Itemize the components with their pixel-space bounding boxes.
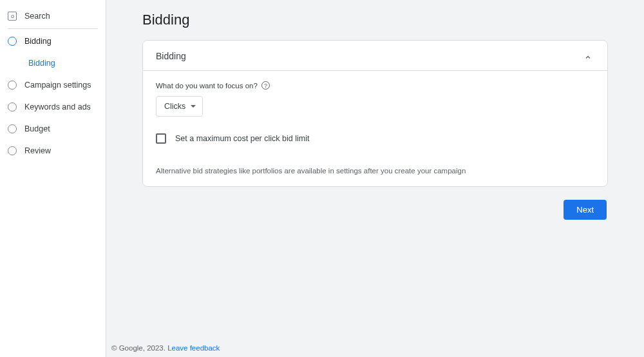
sidebar-label-budget: Budget (24, 124, 50, 133)
next-button[interactable]: Next (564, 200, 607, 220)
sidebar-label-bidding: Bidding (24, 37, 52, 46)
circle-icon (8, 124, 17, 133)
sidebar-item-bidding[interactable]: Bidding (0, 30, 106, 52)
focus-label-row: What do you want to focus on? ? (156, 81, 594, 90)
main-content: Bidding Bidding What do you want to focu… (106, 0, 644, 357)
footer-copyright: © Google, 2023. (111, 344, 166, 352)
sidebar-item-budget[interactable]: Budget (0, 118, 106, 140)
checkbox-label: Set a maximum cost per click bid limit (175, 134, 309, 143)
footer: © Google, 2023. Leave feedback (111, 344, 220, 352)
sidebar-item-review[interactable]: Review (0, 140, 106, 162)
sidebar-label-keywords: Keywords and ads (24, 102, 91, 111)
search-icon (8, 12, 17, 21)
circle-icon (8, 81, 17, 90)
circle-icon (8, 146, 17, 155)
sidebar-sublabel-bidding: Bidding (28, 59, 55, 68)
card-header-title: Bidding (156, 51, 186, 61)
focus-dropdown[interactable]: Clicks (156, 96, 203, 117)
sidebar: Search Bidding Bidding Campaign settings… (0, 0, 106, 357)
sidebar-label-search: Search (24, 12, 50, 21)
card-header[interactable]: Bidding (143, 41, 607, 71)
chevron-up-icon (584, 52, 592, 60)
circle-icon (8, 102, 17, 111)
help-icon[interactable]: ? (261, 81, 270, 90)
bidding-card: Bidding What do you want to focus on? ? … (142, 40, 608, 187)
circle-icon (8, 37, 17, 46)
info-text: Alternative bid strategies like portfoli… (156, 167, 594, 175)
focus-label-text: What do you want to focus on? (156, 82, 258, 90)
sidebar-label-review: Review (24, 146, 51, 155)
sidebar-item-keywords-ads[interactable]: Keywords and ads (0, 96, 106, 118)
sidebar-item-campaign-settings[interactable]: Campaign settings (0, 74, 106, 96)
card-body: What do you want to focus on? ? Clicks S… (143, 71, 607, 186)
sidebar-subitem-bidding[interactable]: Bidding (0, 52, 106, 74)
max-cpc-checkbox[interactable] (156, 133, 166, 144)
divider (8, 28, 98, 29)
sidebar-item-search[interactable]: Search (0, 5, 106, 27)
sidebar-label-campaign: Campaign settings (24, 81, 91, 90)
checkbox-row: Set a maximum cost per click bid limit (156, 133, 594, 144)
dropdown-arrow-icon (191, 105, 196, 108)
dropdown-value: Clicks (164, 102, 185, 111)
leave-feedback-link[interactable]: Leave feedback (167, 344, 220, 352)
page-title: Bidding (142, 12, 608, 28)
